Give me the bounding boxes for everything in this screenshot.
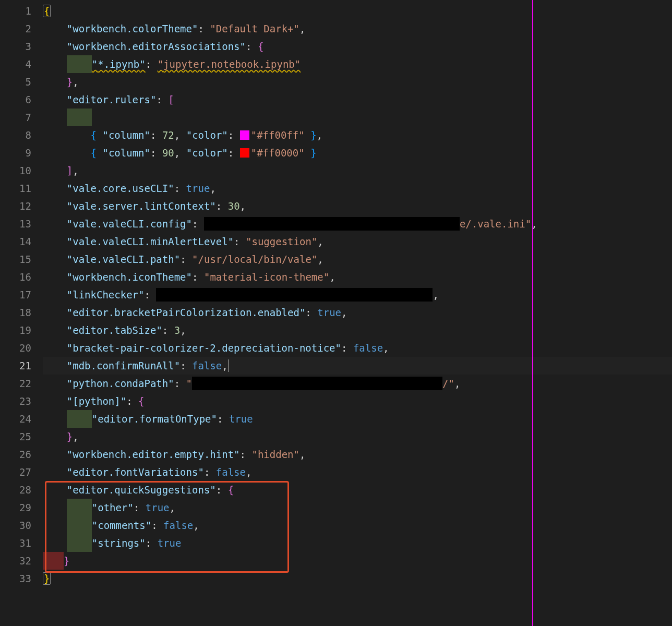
code-area[interactable]: { "workbench.colorTheme": "Default Dark+… [43,0,672,626]
json-keyword: true [158,537,182,549]
json-string: suggestion [251,236,311,247]
modified-marker [67,410,92,428]
redacted-block [204,217,460,231]
json-string: Default Dark+ [216,23,294,34]
line-number: 5 [0,73,31,91]
line-number: 6 [0,91,31,109]
code-line[interactable]: }, [43,428,672,446]
color-swatch-magenta [240,130,249,140]
line-number: 30 [0,516,31,534]
code-line[interactable]: "editor.formatOnType": true [43,410,672,428]
modified-marker [67,499,92,516]
code-line[interactable]: ], [43,162,672,179]
json-string: material-icon-theme [210,271,323,283]
json-key: editor.tabSize [73,324,156,336]
code-line[interactable]: "vale.valeCLI.config": e/.vale.ini", [43,215,672,233]
json-keyword: false [353,342,383,354]
json-key: editor.quickSuggestions [73,484,210,496]
line-number: 28 [0,481,31,499]
json-number: 72 [162,129,174,141]
json-string: e/.vale.ini [460,218,525,230]
line-number: 13 [0,215,31,233]
line-number: 7 [0,109,31,126]
line-number: 16 [0,268,31,286]
code-line[interactable]: "mdb.confirmRunAll": false, [43,357,672,375]
json-string: hidden [258,449,294,460]
line-number: 24 [0,410,31,428]
line-number: 2 [0,20,31,38]
json-keyword: false [216,466,246,478]
line-number: 10 [0,162,31,179]
json-key: vale.core.useCLI [73,183,168,194]
json-keyword: true [146,502,170,513]
json-key: bracket-pair-colorizer-2.depreciation-no… [73,342,335,354]
code-line[interactable]: "linkChecker": , [43,286,672,304]
code-line[interactable]: { "column": 90, "color": "#ff0000" } [43,144,672,162]
json-key: workbench.editor.empty.hint [73,449,234,460]
json-string: #ff00ff [257,129,298,141]
modified-marker [67,516,92,534]
json-key: column [109,129,145,141]
code-line[interactable]: "workbench.editor.empty.hint": "hidden", [43,446,672,463]
code-line[interactable]: { "column": 72, "color": "#ff00ff" }, [43,126,672,144]
line-number: 22 [0,375,31,392]
code-line[interactable]: "workbench.colorTheme": "Default Dark+", [43,20,672,38]
json-key: comments [98,520,146,531]
json-key: linkChecker [73,289,138,300]
json-keyword: true [229,413,253,425]
line-number: 23 [0,392,31,410]
code-editor[interactable]: 1 2 3 4 5 6 7 8 9 10 11 12 13 14 15 16 1… [0,0,672,626]
code-line[interactable]: "vale.valeCLI.minAlertLevel": "suggestio… [43,233,672,250]
json-string: jupyter.notebook.ipynb [163,58,295,70]
code-line[interactable]: } [43,552,672,570]
line-number: 8 [0,126,31,144]
redacted-block [156,288,433,302]
code-line[interactable]: "editor.tabSize": 3, [43,321,672,339]
line-number: 11 [0,179,31,197]
json-key: editor.bracketPairColorization.enabled [73,307,299,318]
line-number: 25 [0,428,31,446]
code-line[interactable]: "vale.server.lintContext": 30, [43,197,672,215]
code-line[interactable]: "editor.rulers": [ [43,91,672,109]
json-key: strings [98,537,139,549]
close-brace: } [43,572,51,585]
json-key: workbench.colorTheme [73,23,192,34]
line-number: 17 [0,286,31,304]
code-line[interactable]: } [43,570,672,587]
modified-marker [67,109,92,126]
redacted-block [192,377,442,390]
line-number: 14 [0,233,31,250]
code-line[interactable]: "python.condaPath": "/", [43,375,672,392]
json-keyword: true [317,307,341,318]
code-line[interactable]: "workbench.editorAssociations": { [43,38,672,55]
code-line[interactable]: "strings": true [43,534,672,552]
modified-marker [67,534,92,552]
code-line[interactable]: }, [43,73,672,91]
line-number: 12 [0,197,31,215]
line-number: 31 [0,534,31,552]
line-number: 20 [0,339,31,357]
json-key: other [98,502,127,513]
code-line[interactable]: "comments": false, [43,516,672,534]
code-line[interactable]: "*.ipynb": "jupyter.notebook.ipynb" [43,55,672,73]
code-line[interactable]: "editor.quickSuggestions": { [43,481,672,499]
line-number: 4 [0,55,31,73]
code-line[interactable]: "other": true, [43,499,672,516]
json-key: color [192,147,222,159]
json-key: color [192,129,222,141]
code-line[interactable]: "bracket-pair-colorizer-2.depreciation-n… [43,339,672,357]
code-line[interactable]: "vale.valeCLI.path": "/usr/local/bin/val… [43,250,672,268]
code-line[interactable]: { [43,2,672,20]
line-number-gutter: 1 2 3 4 5 6 7 8 9 10 11 12 13 14 15 16 1… [0,0,43,626]
json-number: 30 [228,200,240,212]
code-line[interactable]: "editor.fontVariations": false, [43,463,672,481]
json-key: column [109,147,145,159]
code-line[interactable]: "editor.bracketPairColorization.enabled"… [43,304,672,321]
code-line[interactable]: "[python]": { [43,392,672,410]
line-number: 9 [0,144,31,162]
code-line[interactable]: "workbench.iconTheme": "material-icon-th… [43,268,672,286]
code-line[interactable] [43,109,672,126]
code-line[interactable]: "vale.core.useCLI": true, [43,179,672,197]
json-string: / [442,378,448,389]
line-number: 29 [0,499,31,516]
